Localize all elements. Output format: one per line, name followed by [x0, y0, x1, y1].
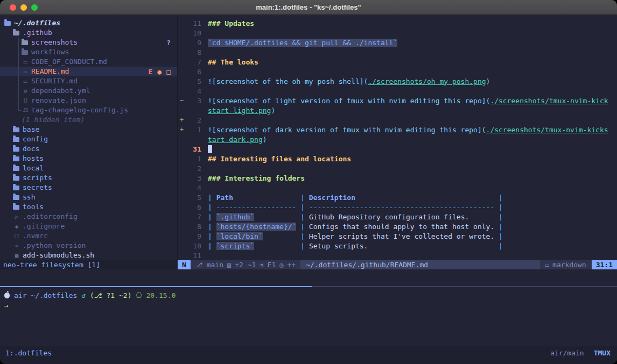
minimize-button[interactable]	[20, 4, 27, 11]
tree-item-label: screenshots	[31, 38, 78, 47]
git-branch-icon: ⎇	[94, 291, 102, 299]
editor-line[interactable]: 9`cd $HOME/.dotfiles && git pull && ./in…	[178, 38, 617, 47]
tree-item-dependabot-yml[interactable]: ⚙dependabot.yml	[0, 86, 177, 96]
indent-guide	[18, 57, 19, 67]
tree-item-local[interactable]: local	[0, 163, 177, 173]
editor-line[interactable]: 7## The looks	[178, 57, 617, 67]
md-file-icon: ▭	[22, 68, 29, 75]
editor-line[interactable]: start-light.png)	[178, 105, 617, 115]
tree-item-add-submodules-sh[interactable]: ■add-submodules.sh	[0, 251, 177, 260]
line-text: | `.github` | GitHub Repository configur…	[208, 213, 503, 221]
folder-icon	[13, 156, 19, 161]
cursor-position: 31:1	[592, 260, 617, 269]
tree-item-config[interactable]: config	[0, 134, 177, 144]
tree-item-tag-changelog-config-js[interactable]: JStag-changelog-config.js	[0, 105, 177, 115]
editor-line[interactable]: ~3![screenshot of light version of tmux …	[178, 96, 617, 105]
tree-item-nvmrc[interactable]: ⎔.nvmrc	[0, 231, 177, 241]
line-number: 4	[187, 184, 201, 192]
close-button[interactable]	[10, 4, 16, 11]
editor-line[interactable]: +1![screenshot of dark version of tmux w…	[178, 125, 617, 134]
tree-item-github[interactable]: .github	[0, 28, 177, 38]
line-text: start-light.png)	[208, 106, 275, 115]
editor-line[interactable]: 7| `.github` | GitHub Repository configu…	[178, 212, 617, 222]
tree-item-1-hidden-item[interactable]: (1 hidden item)	[0, 115, 177, 125]
titlebar[interactable]: main:1:.dotfiles - "ks~/.dotfiles"	[0, 0, 617, 15]
editor-line[interactable]: 11### Updates	[178, 18, 617, 28]
shell-pane[interactable]: air ~/.dotfiles ↺ ( ⎇ ?1 ~2 ) ⎔ 20.15.0 …	[0, 287, 617, 346]
tree-item-scripts[interactable]: scripts	[0, 173, 177, 183]
tree-item-label: hosts	[23, 154, 44, 163]
editor-line[interactable]: 5| Path | Description |	[178, 192, 617, 202]
prompt-input-line[interactable]: →	[4, 301, 617, 311]
folder-icon	[13, 176, 19, 181]
indent-guide	[18, 38, 19, 47]
indent-guide	[18, 76, 19, 86]
traffic-lights	[10, 4, 38, 11]
node-version: 20.15.0	[146, 291, 176, 299]
editor-line[interactable]: 10	[178, 28, 617, 38]
editor-line[interactable]: 8| `hosts/{hostname}/` | Configs that sh…	[178, 222, 617, 231]
diamond-file-icon: ◆	[13, 223, 20, 230]
status-mark: E	[149, 68, 153, 76]
tree-item-workflows[interactable]: workflows	[0, 47, 177, 57]
tree-item-renovate-json[interactable]: {}renovate.json	[0, 96, 177, 105]
indent-guide	[18, 86, 19, 96]
line-number: 7	[187, 213, 201, 221]
tree-item-ssh[interactable]: ssh	[0, 192, 177, 202]
neo-tree-pane[interactable]: ~/.dotfiles.githubscreenshots?workflows▭…	[0, 15, 178, 260]
tree-item-label: .nvmrc	[23, 231, 48, 241]
tree-item-code-of-conduct-md[interactable]: ▭CODE_OF_CONDUCT.md	[0, 57, 177, 67]
tree-item-marks: ?	[166, 39, 171, 47]
tree-item-editorconfig[interactable]: ▷.editorconfig	[0, 212, 177, 222]
editor-line[interactable]: 4	[178, 183, 617, 192]
tree-item-label: renovate.json	[31, 96, 86, 105]
tree-item-tools[interactable]: tools	[0, 202, 177, 212]
editor-line[interactable]: +2	[178, 115, 617, 125]
line-number: 11	[187, 252, 201, 260]
tree-item-docs[interactable]: docs	[0, 144, 177, 154]
line-number: 3	[187, 97, 201, 105]
editor-line[interactable]: 3### Interesting folders	[178, 173, 617, 183]
line-text: | `scripts` | Setup scripts. |	[208, 242, 503, 250]
tree-item-label: .gitignore	[23, 222, 65, 231]
tree-item-base[interactable]: base	[0, 125, 177, 134]
zoom-button[interactable]	[31, 4, 38, 11]
editor-line[interactable]: 5![screenshot of the oh-my-posh shell](.…	[178, 76, 617, 86]
editor-line[interactable]: tart-dark.png)	[178, 134, 617, 144]
tree-item-gitignore[interactable]: ◆.gitignore	[0, 222, 177, 231]
editor-line[interactable]: 2	[178, 163, 617, 173]
apple-icon	[4, 292, 10, 298]
star-file-icon: ∗	[13, 242, 20, 249]
tree-item-secrets[interactable]: secrets	[0, 183, 177, 192]
tree-item-label: .python-version	[23, 241, 86, 251]
folder-icon	[22, 50, 28, 55]
tree-item-screenshots[interactable]: screenshots?	[0, 38, 177, 47]
tmux-window-tab[interactable]: 1:.dotfiles	[5, 349, 52, 357]
tree-item-dotfiles[interactable]: ~/.dotfiles	[0, 18, 177, 28]
editor-line[interactable]: 10| `scripts` | Setup scripts. |	[178, 241, 617, 251]
git-diff: +2 ~1	[235, 261, 256, 269]
tree-item-label: workflows	[31, 47, 69, 57]
neo-tree-statusline: neo-tree filesystem [1]	[0, 260, 178, 269]
tree-item-security-md[interactable]: ▭SECURITY.md	[0, 76, 177, 86]
tree-item-python-version[interactable]: ∗.python-version	[0, 241, 177, 251]
tree-item-readme-md[interactable]: ▭README.mdE●□	[0, 67, 177, 76]
editor-line[interactable]: 4	[178, 86, 617, 96]
line-text: ![screenshot of dark version of tmux wit…	[208, 126, 608, 134]
tree-item-label: scripts	[23, 173, 52, 183]
line-text: `cd $HOME/.dotfiles && git pull && ./ins…	[208, 39, 397, 47]
editor-line[interactable]: 8	[178, 47, 617, 57]
indent-guide	[18, 105, 22, 111]
tree-item-hosts[interactable]: hosts	[0, 154, 177, 163]
editor-line[interactable]: 6	[178, 67, 617, 76]
editor-line[interactable]: 6| ------------------- | ---------------…	[178, 202, 617, 212]
node-icon: ⎔	[136, 291, 142, 299]
status-row: neo-tree filesystem [1] N ⎇ main ▤ +2 ~1…	[0, 260, 617, 269]
tmux-pane-border[interactable]	[0, 286, 617, 287]
editor-line[interactable]: 11	[178, 251, 617, 260]
tree-item-label: base	[23, 125, 39, 134]
editor-line[interactable]: 1## Interesting files and locations	[178, 154, 617, 163]
editor-pane[interactable]: 11### Updates 10 9`cd $HOME/.dotfiles &&…	[178, 15, 617, 260]
editor-line[interactable]: 31	[178, 144, 617, 154]
editor-line[interactable]: 9| `local/bin` | Helper scripts that I'v…	[178, 231, 617, 241]
